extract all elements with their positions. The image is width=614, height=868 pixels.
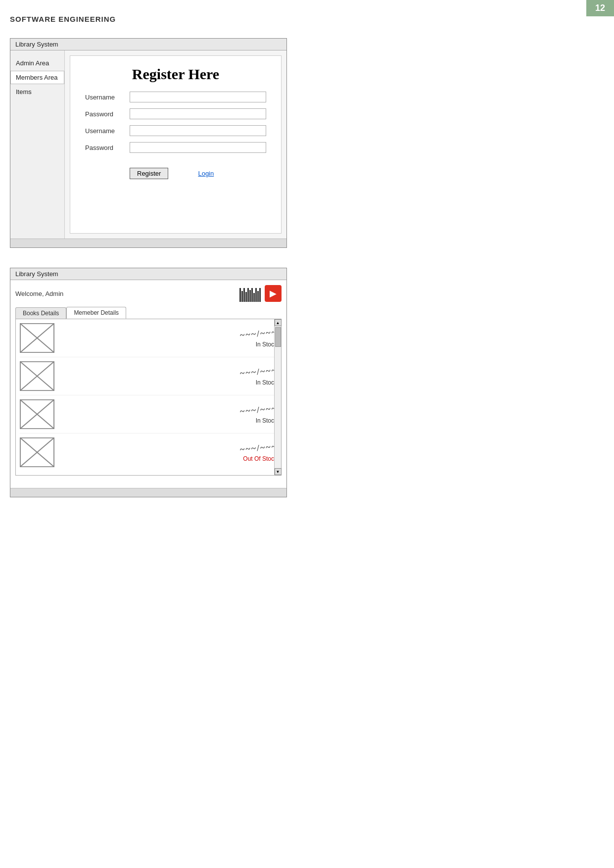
scroll-up-button[interactable]: ▲ xyxy=(275,319,282,326)
scroll-thumb[interactable] xyxy=(275,327,281,347)
password2-input[interactable] xyxy=(130,142,266,153)
password2-label: Password xyxy=(85,144,130,151)
page-header: SOFTWARE ENGINEERING xyxy=(10,15,604,23)
book-image-4 xyxy=(20,437,54,467)
window1-statusbar xyxy=(10,239,286,247)
svg-line-11 xyxy=(20,438,54,467)
svg-line-7 xyxy=(20,400,54,429)
login-link[interactable]: Login xyxy=(198,170,214,177)
book-title-3: ~~~/~~~ xyxy=(239,403,278,416)
book-item: ~~~/~~~ In Stock xyxy=(20,399,277,434)
book-info-1: ~~~/~~~ In Stock xyxy=(60,329,277,348)
password1-input[interactable] xyxy=(130,108,266,119)
password1-label: Password xyxy=(85,110,130,118)
page-number: 12 xyxy=(586,0,614,16)
username2-label: Username xyxy=(85,127,130,135)
register-window: Library System Admin Area Members Area I… xyxy=(10,38,287,248)
welcome-text: Welcome, Admin xyxy=(15,290,63,297)
book-info-4: ~~~/~~~ Out Of Stock xyxy=(60,443,277,462)
book-item: ~~~/~~~ In Stock xyxy=(20,323,277,357)
sidebar-item-members[interactable]: Members Area xyxy=(10,71,64,84)
svg-line-8 xyxy=(20,400,54,429)
username1-row: Username xyxy=(85,92,266,102)
register-title: Register Here xyxy=(85,66,266,83)
svg-line-10 xyxy=(20,438,54,467)
window1-sidebar: Admin Area Members Area Items xyxy=(10,50,65,239)
tab-books-details[interactable]: Books Details xyxy=(15,307,66,319)
book-list: ~~~/~~~ In Stock ~~~/~~~ In Stock xyxy=(15,319,282,476)
svg-line-5 xyxy=(20,362,54,390)
window2-titlebar: Library System xyxy=(10,268,286,280)
svg-line-1 xyxy=(20,324,54,352)
sidebar-item-admin[interactable]: Admin Area xyxy=(10,56,64,70)
book-title-1: ~~~/~~~ xyxy=(239,327,278,340)
tab-member-details[interactable]: Memeber Details xyxy=(66,307,126,319)
username2-input[interactable] xyxy=(130,125,266,136)
book-title-2: ~~~/~~~ xyxy=(239,365,278,378)
register-form-area: Register Here Username Password Username… xyxy=(70,55,282,234)
username1-label: Username xyxy=(85,94,130,101)
svg-rect-3 xyxy=(20,362,54,390)
svg-rect-9 xyxy=(20,438,54,467)
username2-row: Username xyxy=(85,125,266,136)
book-image-1 xyxy=(20,323,54,353)
book-info-2: ~~~/~~~ In Stock xyxy=(60,367,277,386)
admin-header: Welcome, Admin xyxy=(15,285,282,302)
svg-rect-6 xyxy=(20,400,54,429)
book-info-3: ~~~/~~~ In Stock xyxy=(60,405,277,424)
window2-statusbar xyxy=(10,488,286,497)
password1-row: Password xyxy=(85,108,266,119)
tab-bar: Books Details Memeber Details xyxy=(15,307,282,319)
svg-rect-0 xyxy=(20,324,54,352)
svg-line-4 xyxy=(20,362,54,390)
password2-row: Password xyxy=(85,142,266,153)
book-image-2 xyxy=(20,361,54,391)
book-image-3 xyxy=(20,399,54,429)
exit-icon[interactable] xyxy=(265,285,282,302)
sidebar-item-items[interactable]: Items xyxy=(10,85,64,98)
admin-window: Library System Welcome, Admin xyxy=(10,268,287,497)
book-item: ~~~/~~~ Out Of Stock xyxy=(20,437,277,471)
barcode-icon xyxy=(239,285,261,302)
svg-line-2 xyxy=(20,324,54,352)
window1-titlebar: Library System xyxy=(10,39,286,50)
register-button[interactable]: Register xyxy=(130,168,168,179)
book-item: ~~~/~~~ In Stock xyxy=(20,361,277,395)
scrollbar: ▲ ▼ xyxy=(274,319,281,475)
scroll-down-button[interactable]: ▼ xyxy=(275,468,282,475)
book-status-4: Out Of Stock xyxy=(243,455,277,462)
form-actions: Register Login xyxy=(85,168,214,179)
book-title-4: ~~~/~~~ xyxy=(239,441,278,454)
username1-input[interactable] xyxy=(130,92,266,102)
header-icons xyxy=(239,285,282,302)
